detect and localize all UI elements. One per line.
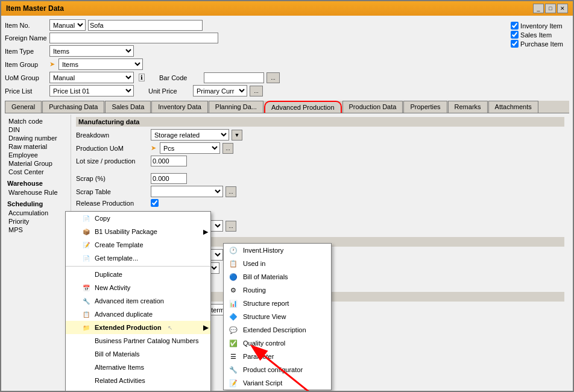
release-prod-check[interactable] [151, 199, 159, 207]
tab-properties[interactable]: Properties [403, 101, 447, 113]
submenu-bom-icon: 🔵 [229, 272, 238, 282]
menu-get-template[interactable]: 📄 Get template... [66, 251, 210, 265]
scrap-table-select[interactable] [151, 186, 223, 197]
left-item-matchcode[interactable]: Match code [7, 117, 68, 125]
left-item-raw[interactable]: Raw material [7, 142, 68, 151]
tab-inventory[interactable]: Inventory Data [151, 101, 208, 113]
scrap-label: Scrap (%) [76, 175, 148, 182]
inventory-item-check[interactable] [511, 22, 519, 30]
submenu-variant[interactable]: 📝 Variant Script [224, 376, 331, 390]
submenu-routing[interactable]: ⚙ Routing [224, 283, 331, 297]
inv-posting-icon [81, 389, 91, 391]
bar-code-label: Bar Code [159, 74, 201, 81]
menu-advanced-dup[interactable]: 📋 Advanced duplicate [66, 308, 210, 321]
uom-info-btn[interactable]: ℹ [139, 74, 145, 81]
item-type-select[interactable]: Items [49, 45, 134, 57]
manuf-section-title: Manufacturing data [76, 117, 564, 127]
price-list-select[interactable]: Price List 01 [49, 85, 134, 96]
submenu-structure-report[interactable]: 📊 Structure report [224, 297, 331, 310]
tab-remarks[interactable]: Remarks [448, 101, 488, 113]
left-item-din[interactable]: DIN [7, 125, 68, 134]
scrap-table-row: Scrap Table ... [76, 186, 564, 197]
submenu-structure-view[interactable]: 🔷 Structure View [224, 310, 331, 323]
left-item-priority[interactable]: Priority [7, 217, 68, 226]
title-bar: Item Master Data _ □ ✕ [1, 1, 573, 16]
bar-code-btn[interactable]: ... [266, 72, 280, 83]
lot-size-input[interactable] [151, 156, 187, 166]
close-button[interactable]: ✕ [557, 4, 568, 13]
submenu-product-config[interactable]: 🔧 Product configurator [224, 363, 331, 376]
maximize-button[interactable]: □ [545, 4, 556, 13]
menu-bom[interactable]: Bill of Materials [66, 347, 210, 361]
tab-attachments[interactable]: Attachments [488, 101, 538, 113]
scrap-table-label: Scrap Table [76, 188, 148, 195]
left-item-warehouse-rule[interactable]: Warehouse Rule [7, 188, 68, 197]
release-prod-label: Release Production [76, 200, 148, 207]
structure-view-icon: 🔷 [229, 312, 238, 321]
prod-uom-row: Production UoM ➤ Pcs ... [76, 142, 564, 154]
product-config-icon: 🔧 [229, 365, 238, 375]
i-version-btn[interactable]: ... [226, 221, 236, 232]
item-group-select[interactable]: Items [58, 58, 143, 70]
tab-purchasing[interactable]: Purchasing Data [42, 101, 104, 113]
tab-advanced-production[interactable]: Advanced Production [264, 101, 342, 113]
menu-advanced-item[interactable]: 🔧 Advanced item creation [66, 294, 210, 308]
scrap-table-btn[interactable]: ... [226, 186, 236, 197]
left-item-accumulation[interactable]: Accumulation [7, 209, 68, 217]
tab-planning[interactable]: Planning Da... [209, 101, 263, 113]
uom-group-label: UoM Group [5, 74, 47, 81]
quality-icon: ✅ [229, 338, 238, 348]
left-item-drawing[interactable]: Drawing number [7, 134, 68, 142]
release-prod-row: Release Production [76, 199, 564, 207]
bar-code-input[interactable] [204, 72, 264, 83]
tab-general[interactable]: General [5, 101, 42, 113]
top-right-checks: Inventory Item Sales Item Purchase Item [511, 22, 563, 98]
left-panel: Match code DIN Drawing number Raw materi… [5, 115, 71, 344]
item-no-input[interactable] [88, 20, 203, 31]
menu-inv-posting[interactable]: Inventory Posting List [66, 387, 210, 391]
menu-create-template[interactable]: 📝 Create Template [66, 238, 210, 251]
lot-size-row: Lot size / production [76, 156, 564, 166]
submenu-quality[interactable]: ✅ Quality control [224, 337, 331, 350]
tab-sales[interactable]: Sales Data [105, 101, 151, 113]
menu-new-activity[interactable]: 📅 New Activity [66, 281, 210, 294]
left-item-material[interactable]: Material Group [7, 159, 68, 168]
menu-b1-usability[interactable]: 📦 B1 Usability Package ▶ [66, 225, 210, 238]
menu-bp-catalog[interactable]: Business Partner Catalog Numbers [66, 334, 210, 347]
prod-uom-btn[interactable]: ... [222, 143, 233, 154]
prod-uom-select[interactable]: Pcs [160, 142, 220, 154]
tab-production-data[interactable]: Production Data [342, 101, 403, 113]
menu-copy[interactable]: 📄 Copy [66, 212, 210, 225]
scrap-input[interactable] [151, 173, 187, 184]
unit-price-label: Unit Price [148, 87, 191, 95]
advanced-dup-icon: 📋 [81, 309, 91, 319]
item-no-type-select[interactable]: Manual [49, 19, 86, 31]
content-area: Item No. Manual Foreign Name Item Type I… [1, 16, 573, 391]
minimize-button[interactable]: _ [533, 4, 544, 13]
menu-extended-prod[interactable]: 📁 Extended Production ▶ ↖ [66, 321, 210, 334]
purchase-item-check[interactable] [511, 40, 519, 48]
menu-duplicate[interactable]: Duplicate [66, 268, 210, 281]
left-item-employee[interactable]: Employee [7, 151, 68, 159]
left-section-scheduling: Scheduling [7, 200, 68, 207]
uom-group-select[interactable]: Manual [49, 72, 134, 83]
menu-related-activities[interactable]: Related Activities [66, 374, 210, 387]
menu-alt-items[interactable]: Alternative Items [66, 361, 210, 374]
tabs-bar: General Purchasing Data Sales Data Inven… [5, 101, 569, 113]
form-left: Item No. Manual Foreign Name Item Type I… [5, 19, 280, 98]
left-item-mps[interactable]: MPS [7, 226, 68, 234]
submenu-used-in[interactable]: 📋 Used in [224, 257, 331, 270]
left-item-cost[interactable]: Cost Center [7, 168, 68, 176]
submenu-extended-desc[interactable]: 💬 Extended Description [224, 323, 331, 337]
submenu-parameter[interactable]: ☰ Parameter [224, 350, 331, 363]
breakdown-label: Breakdown [76, 131, 148, 139]
breakdown-btn[interactable]: ▼ [232, 130, 242, 141]
unit-price-btn[interactable]: ... [250, 86, 263, 96]
breakdown-select[interactable]: Storage related [151, 129, 229, 141]
submenu-invent-history[interactable]: 🕐 Invent.History [224, 244, 331, 257]
submenu-bom[interactable]: 🔵 Bill of Materials [224, 270, 331, 283]
unit-price-select[interactable]: Primary Curr [193, 85, 247, 96]
sales-item-check[interactable] [511, 31, 519, 39]
alt-items-icon [81, 362, 91, 372]
foreign-name-input[interactable] [49, 33, 218, 43]
